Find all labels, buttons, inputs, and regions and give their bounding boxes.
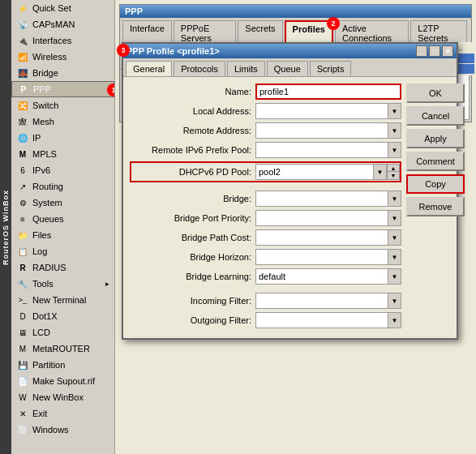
bridge-path-cost-label: Bridge Path Cost: — [130, 233, 255, 242]
bridge-learning-label: Bridge Learning: — [130, 272, 255, 281]
sidebar-item-queues[interactable]: ≡ Queues — [11, 211, 114, 227]
bridge-port-priority-row: Bridge Port Priority: ▼ — [130, 210, 401, 226]
sidebar-item-system[interactable]: ⚙ System — [11, 195, 114, 211]
dialog-title-text: PPP Profile <profile1> — [127, 46, 220, 56]
bridge-horizon-input[interactable] — [255, 249, 388, 265]
cancel-button[interactable]: Cancel — [406, 106, 465, 126]
local-address-input[interactable] — [255, 103, 388, 119]
minimize-button[interactable]: _ — [416, 45, 427, 57]
bridge-row: Bridge: ▼ — [130, 191, 401, 207]
incoming-filter-input[interactable] — [255, 293, 388, 309]
outgoing-filter-input[interactable] — [255, 312, 388, 328]
bridge-icon: 🌉 — [16, 66, 29, 79]
remote-ipv6-input[interactable] — [255, 142, 388, 158]
exit-icon: ✕ — [16, 407, 29, 420]
bridge-learning-input[interactable] — [255, 268, 388, 285]
remote-ipv6-label: Remote IPv6 Prefix Pool: — [130, 145, 255, 155]
partition-icon: 💾 — [16, 358, 29, 371]
outgoing-filter-label: Outgoing Filter: — [130, 315, 255, 325]
incoming-filter-row: Incoming Filter: ▼ — [130, 293, 401, 309]
bridge-learning-dropdown[interactable]: ▼ — [388, 268, 401, 285]
local-address-dropdown[interactable]: ▼ — [388, 103, 401, 119]
bridge-port-priority-input[interactable] — [255, 210, 388, 226]
remote-address-row: Remote Address: ▼ — [130, 122, 401, 139]
remote-ipv6-dropdown[interactable]: ▼ — [388, 142, 401, 158]
apply-button[interactable]: Apply — [406, 129, 465, 148]
dialog-tab-scripts[interactable]: Scripts — [310, 61, 352, 76]
dot1x-icon: D — [16, 310, 29, 323]
annotation-1: 1 — [107, 84, 115, 96]
dialog-tab-queue[interactable]: Queue — [267, 61, 308, 76]
dhcpv6-down[interactable]: ▼ — [387, 172, 400, 180]
sidebar-item-partition[interactable]: 💾 Partition — [11, 357, 114, 373]
remote-address-input[interactable] — [255, 122, 388, 139]
sidebar-item-bridge[interactable]: 🌉 Bridge — [11, 65, 114, 81]
routing-icon: ↗ — [16, 180, 29, 193]
bridge-input[interactable] — [255, 191, 388, 207]
sidebar-item-new-terminal[interactable]: >_ New Terminal — [11, 292, 114, 308]
close-button[interactable]: ✕ — [442, 45, 453, 57]
bridge-horizon-dropdown[interactable]: ▼ — [388, 249, 401, 265]
dhcpv6-select-arrow[interactable]: ▼ — [374, 164, 387, 180]
files-icon: 📁 — [16, 229, 29, 242]
sidebar-item-metarouter[interactable]: M MetaROUTER — [11, 340, 114, 357]
ppp-icon: P — [17, 83, 30, 96]
comment-button[interactable]: Comment — [406, 152, 465, 171]
annotation-3: 3 — [117, 44, 130, 57]
sidebar-item-radius[interactable]: R RADIUS — [11, 259, 114, 276]
local-address-row: Local Address: ▼ — [130, 103, 401, 119]
sidebar-item-log[interactable]: 📋 Log — [11, 243, 114, 259]
sidebar-item-switch[interactable]: 🔀 Switch — [11, 97, 114, 114]
sidebar-item-wireless[interactable]: 📶 Wireless — [11, 49, 114, 65]
ok-button[interactable]: OK — [406, 84, 465, 103]
bridge-horizon-label: Bridge Horizon: — [130, 252, 255, 262]
log-icon: 📋 — [16, 245, 29, 258]
dialog-tab-limits[interactable]: Limits — [227, 61, 265, 76]
sidebar-item-files[interactable]: 📁 Files — [11, 227, 114, 243]
sidebar-item-quick-set[interactable]: ⚡ Quick Set — [11, 0, 114, 16]
name-label: Name: — [130, 87, 255, 96]
dialog-tab-general[interactable]: General — [126, 61, 172, 76]
remote-address-label: Remote Address: — [130, 126, 255, 135]
sidebar-item-exit[interactable]: ✕ Exit — [11, 405, 114, 422]
tools-icon: 🔧 — [16, 277, 29, 290]
copy-button[interactable]: Copy — [406, 174, 465, 194]
capsman-icon: 📡 — [16, 18, 29, 31]
sidebar-item-routing[interactable]: ↗ Routing — [11, 178, 114, 195]
sidebar-item-ppp[interactable]: P PPP 1 — [11, 81, 114, 97]
incoming-filter-dropdown[interactable]: ▼ — [388, 293, 401, 309]
remote-address-dropdown[interactable]: ▼ — [388, 122, 401, 139]
sidebar-item-ip[interactable]: 🌐 IP — [11, 130, 114, 146]
ipv6-icon: 6 — [16, 164, 29, 177]
dhcpv6-spinners: ▲ ▼ — [387, 164, 400, 180]
bridge-port-priority-label: Bridge Port Priority: — [130, 213, 255, 223]
dialog-tab-protocols[interactable]: Protocols — [174, 61, 225, 76]
sidebar-item-mpls[interactable]: M MPLS — [11, 146, 114, 162]
sidebar-item-make-supout[interactable]: 📄 Make Supout.rif — [11, 373, 114, 389]
radius-icon: R — [16, 261, 29, 274]
sidebar-item-interfaces[interactable]: 🔌 Interfaces — [11, 32, 114, 49]
sidebar-item-dot1x[interactable]: D Dot1X — [11, 308, 114, 324]
sidebar-item-capsman[interactable]: 📡 CAPsMAN — [11, 16, 114, 32]
sidebar-item-new-winbox[interactable]: W New WinBox — [11, 389, 114, 405]
bridge-dropdown[interactable]: ▼ — [388, 191, 401, 207]
remove-button[interactable]: Remove — [406, 197, 465, 216]
ppp-title-bar: PPP — [120, 5, 471, 18]
sidebar-item-lcd[interactable]: 🖥 LCD — [11, 324, 114, 340]
bridge-port-priority-dropdown[interactable]: ▼ — [388, 210, 401, 226]
name-input[interactable] — [255, 84, 401, 100]
sidebar-item-mesh[interactable]: 🕸 Mesh — [11, 114, 114, 130]
dhcpv6-input[interactable] — [255, 164, 374, 180]
outgoing-filter-row: Outgoing Filter: ▼ — [130, 312, 401, 328]
system-icon: ⚙ — [16, 196, 29, 209]
dhcpv6-up[interactable]: ▲ — [387, 164, 400, 172]
bridge-path-cost-dropdown[interactable]: ▼ — [388, 229, 401, 246]
bridge-path-cost-input[interactable] — [255, 229, 388, 246]
outgoing-filter-dropdown[interactable]: ▼ — [388, 312, 401, 328]
dialog-title-bar: PPP Profile <profile1> _ □ ✕ — [123, 44, 457, 58]
sidebar-item-tools[interactable]: 🔧 Tools ▸ — [11, 276, 114, 292]
sidebar-item-windows[interactable]: ⬜ Windows — [11, 422, 114, 438]
queues-icon: ≡ — [16, 212, 29, 225]
sidebar-item-ipv6[interactable]: 6 IPv6 — [11, 162, 114, 178]
maximize-button[interactable]: □ — [429, 45, 440, 57]
